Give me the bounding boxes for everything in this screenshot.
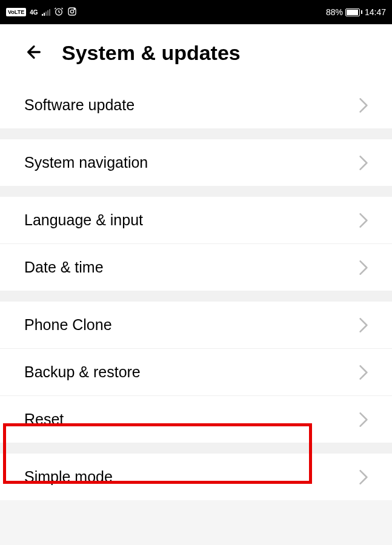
- back-button[interactable]: [24, 42, 44, 64]
- section-divider: [0, 443, 392, 454]
- settings-item-label: Language & input: [24, 211, 143, 229]
- page-title: System & updates: [62, 41, 241, 65]
- settings-item-label: Date & time: [24, 259, 104, 276]
- status-right: 88% 14:47: [326, 7, 386, 17]
- chevron-right-icon: [359, 318, 368, 332]
- chevron-right-icon: [359, 260, 368, 275]
- settings-item-reset[interactable]: Reset: [0, 396, 392, 443]
- chevron-right-icon: [359, 412, 368, 427]
- section-divider: [0, 291, 392, 302]
- chevron-right-icon: [359, 213, 368, 228]
- status-left: VoLTE 4G: [6, 7, 77, 18]
- chevron-right-icon: [359, 156, 368, 170]
- section-divider: [0, 128, 392, 139]
- arrow-left-icon: [24, 42, 44, 62]
- settings-item-phone-clone[interactable]: Phone Clone: [0, 302, 392, 349]
- svg-point-3: [74, 8, 75, 9]
- settings-item-software-update[interactable]: Software update: [0, 82, 392, 128]
- settings-item-system-navigation[interactable]: System navigation: [0, 139, 392, 186]
- battery-icon: [345, 8, 362, 16]
- settings-item-backup-restore[interactable]: Backup & restore: [0, 349, 392, 396]
- chevron-right-icon: [359, 98, 368, 113]
- settings-item-label: Software update: [24, 96, 135, 114]
- chevron-right-icon: [359, 365, 368, 380]
- settings-item-date-time[interactable]: Date & time: [0, 244, 392, 291]
- settings-item-simple-mode[interactable]: Simple mode: [0, 454, 392, 500]
- settings-item-label: Reset: [24, 411, 64, 428]
- settings-item-language-input[interactable]: Language & input: [0, 197, 392, 244]
- chevron-right-icon: [359, 470, 368, 484]
- settings-item-label: Backup & restore: [24, 363, 141, 381]
- svg-point-2: [70, 10, 73, 13]
- volte-badge: VoLTE: [6, 8, 26, 16]
- status-bar: VoLTE 4G 88% 14:47: [0, 0, 392, 24]
- settings-item-label: Phone Clone: [24, 316, 112, 334]
- clock-time: 14:47: [365, 7, 386, 17]
- settings-item-label: Simple mode: [24, 468, 113, 486]
- instagram-icon: [67, 7, 77, 18]
- section-divider: [0, 186, 392, 197]
- signal-bars-icon: [42, 8, 50, 16]
- settings-item-label: System navigation: [24, 154, 148, 171]
- battery-percent: 88%: [326, 7, 343, 17]
- network-indicator: 4G: [30, 9, 38, 16]
- header: System & updates: [0, 24, 392, 82]
- alarm-icon: [54, 7, 64, 18]
